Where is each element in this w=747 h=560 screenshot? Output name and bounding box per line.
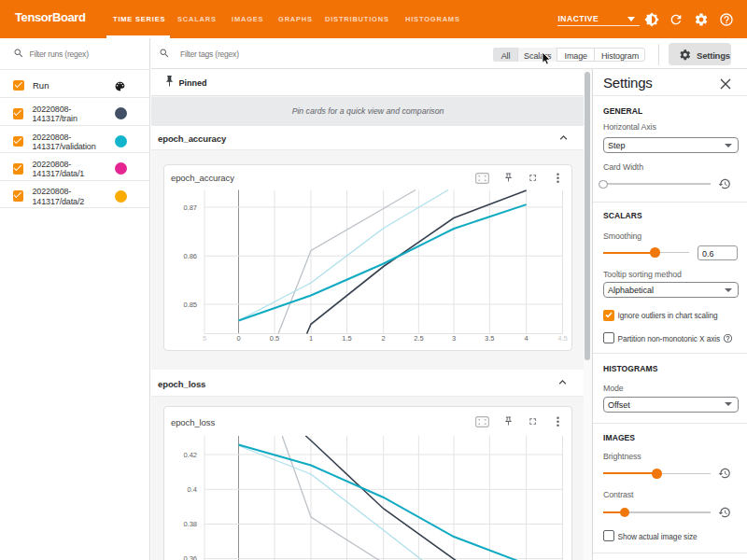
svg-text:1: 1 [309,333,313,342]
svg-text:2.5: 2.5 [414,333,423,342]
svg-text:0.42: 0.42 [183,451,197,459]
svg-text:0.38: 0.38 [183,520,197,528]
svg-text:2: 2 [382,333,386,342]
svg-text:0.87: 0.87 [183,203,197,211]
svg-text:0.5: 0.5 [270,333,279,342]
svg-text:5: 5 [203,333,206,342]
svg-text:0: 0 [236,333,240,342]
svg-text:4: 4 [525,333,529,342]
svg-text:4.5: 4.5 [557,333,567,342]
svg-text:0.86: 0.86 [183,251,197,259]
svg-text:1.5: 1.5 [342,333,351,342]
svg-text:3.5: 3.5 [485,333,494,342]
svg-text:0.85: 0.85 [183,300,197,308]
svg-text:3: 3 [452,333,456,342]
svg-text:0.36: 0.36 [183,554,197,560]
svg-text:0.4: 0.4 [188,485,197,494]
